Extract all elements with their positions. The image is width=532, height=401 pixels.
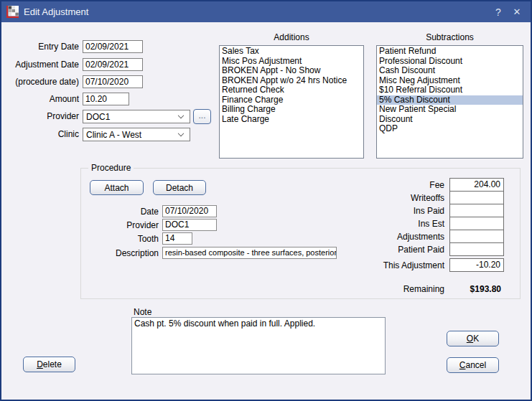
amount-row-label: Adjustments	[297, 232, 449, 242]
ok-button-accel: O	[467, 334, 473, 344]
additions-item[interactable]: Misc Pos Adjustment	[220, 57, 363, 67]
close-button[interactable]: ✕	[508, 6, 526, 17]
chevron-down-icon	[178, 130, 184, 136]
proc-description-label: Description	[81, 247, 159, 260]
clinic-value: Clinic A - West	[86, 130, 178, 140]
additions-item[interactable]: Late Charge	[220, 115, 363, 125]
clinic-label: Clinic	[1, 128, 79, 141]
amount-row-label: Ins Paid	[297, 206, 449, 216]
amount-row: Writeoffs	[297, 191, 504, 204]
remaining-value: $193.80	[449, 284, 504, 294]
delete-button-accel: D	[37, 359, 43, 369]
ok-button-rest: K	[473, 334, 479, 344]
amount-row-value[interactable]	[449, 230, 504, 243]
detach-button[interactable]: Detach	[153, 180, 206, 195]
procedure-group: Procedure Attach Detach Date 07/10/2020 …	[80, 168, 521, 299]
amount-row: Ins Paid	[297, 204, 504, 217]
adjustment-date-field[interactable]: 02/09/2021	[83, 58, 143, 71]
window-title: Edit Adjustment	[24, 6, 489, 17]
subtractions-listbox[interactable]: Patient RefundProfessional DiscountCash …	[376, 45, 523, 159]
amount-row: Fee 204.00	[297, 178, 504, 192]
note-label: Note	[134, 307, 151, 317]
amount-row-value[interactable]	[449, 242, 504, 256]
procedure-group-title: Procedure	[88, 163, 134, 174]
remaining-row: Remaining $193.80	[297, 282, 504, 296]
attach-button[interactable]: Attach	[90, 180, 144, 195]
subtractions-item[interactable]: Discount	[377, 115, 523, 125]
subtractions-item[interactable]: QDP	[377, 124, 523, 134]
provider-more-button[interactable]: ...	[193, 109, 211, 124]
subtractions-item[interactable]: 5% Cash Discount	[377, 95, 523, 105]
cancel-button-accel: C	[459, 360, 466, 370]
amount-row: This Adjustment -10.20	[297, 258, 504, 272]
delete-button[interactable]: Delete	[23, 357, 75, 372]
cancel-button[interactable]: Cancel	[447, 357, 499, 373]
amount-row-value[interactable]	[449, 217, 504, 230]
subtractions-item[interactable]: Professional Discount	[377, 57, 523, 67]
amount-row-label: Writeoffs	[297, 193, 449, 203]
proc-tooth-field[interactable]: 14	[162, 232, 192, 245]
amount-row-label: Fee	[297, 180, 449, 190]
amount-row-value[interactable]: 204.00	[449, 178, 504, 192]
amount-row-value[interactable]	[449, 204, 504, 217]
procedure-date-field[interactable]: 07/10/2020	[83, 75, 143, 88]
ok-button[interactable]: OK	[447, 331, 499, 346]
entry-date-label: Entry Date	[1, 41, 79, 53]
delete-button-rest: elete	[43, 359, 62, 369]
additions-item[interactable]: BROKEN Appt - No Show	[220, 66, 363, 76]
help-button[interactable]: ?	[489, 6, 508, 18]
title-bar: Edit Adjustment ? ✕	[1, 1, 531, 22]
amount-row-label: Patient Paid	[297, 245, 449, 255]
proc-provider-field[interactable]: DOC1	[162, 219, 217, 231]
additions-item[interactable]: Finance Charge	[220, 95, 363, 105]
amount-field[interactable]: 10.20	[83, 93, 129, 105]
amount-label: Amount	[1, 93, 79, 105]
subtractions-item[interactable]: Cash Discount	[377, 66, 523, 76]
cancel-button-rest: ancel	[465, 360, 486, 370]
app-grid-icon	[6, 6, 19, 18]
amount-row-value[interactable]: -10.20	[449, 258, 504, 272]
subtractions-title: Subtractions	[376, 32, 523, 42]
proc-date-label: Date	[81, 206, 159, 218]
remaining-label: Remaining	[297, 284, 449, 294]
additions-item[interactable]: BROKEN Appt w/o 24 hrs Notice	[220, 76, 363, 86]
additions-item[interactable]: Returned Check	[220, 85, 363, 95]
subtractions-item[interactable]: $10 Referral Discount	[377, 85, 523, 95]
provider-value: DOC1	[86, 112, 178, 122]
proc-date-field[interactable]: 07/10/2020	[162, 205, 217, 217]
additions-item[interactable]: Billing Charge	[220, 105, 363, 115]
entry-date-field[interactable]: 02/09/2021	[83, 40, 143, 53]
subtractions-item[interactable]: Patient Refund	[377, 47, 523, 57]
chevron-down-icon	[178, 112, 184, 118]
adjustment-date-label: Adjustment Date	[1, 59, 79, 71]
provider-label: Provider	[1, 110, 79, 123]
proc-provider-label: Provider	[81, 220, 159, 232]
procedure-amounts: Fee 204.00 Writeoffs Ins Paid Ins Est	[297, 179, 504, 272]
procedure-date-label: (procedure date)	[1, 76, 79, 88]
additions-item[interactable]: Sales Tax	[220, 47, 363, 57]
amount-row-label: This Adjustment	[297, 260, 449, 270]
additions-title: Additions	[219, 32, 364, 42]
subtractions-item[interactable]: New Patient Special	[377, 105, 523, 115]
additions-listbox[interactable]: Sales TaxMisc Pos AdjustmentBROKEN Appt …	[219, 45, 364, 159]
amount-row: Adjustments	[297, 230, 504, 243]
proc-tooth-label: Tooth	[81, 233, 159, 245]
amount-row: Ins Est	[297, 217, 504, 230]
subtractions-item[interactable]: Misc Neg Adjustment	[377, 76, 523, 86]
provider-combobox[interactable]: DOC1	[83, 110, 190, 123]
edit-adjustment-dialog: Edit Adjustment ? ✕ Entry Date 02/09/202…	[0, 0, 532, 401]
clinic-combobox[interactable]: Clinic A - West	[83, 128, 190, 141]
amount-row-value[interactable]	[449, 191, 504, 204]
amount-row: Patient Paid	[297, 242, 504, 256]
amount-row-label: Ins Est	[297, 219, 449, 229]
note-textarea[interactable]: Cash pt. 5% discount when paid in full. …	[131, 317, 386, 374]
